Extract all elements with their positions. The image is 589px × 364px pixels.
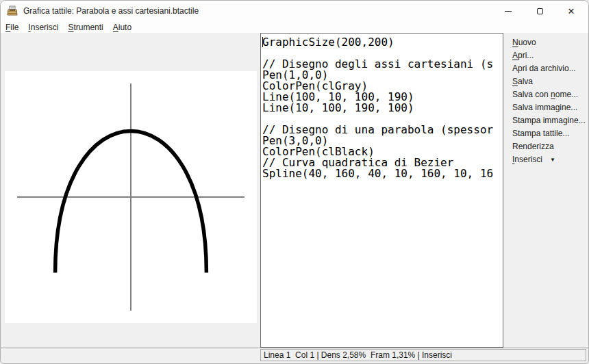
action-label: Salva immagine... (512, 103, 577, 112)
chevron-down-icon: ▼ (550, 155, 555, 164)
close-button[interactable]: ✕ (555, 1, 587, 21)
action-label: Salva con nome... (512, 90, 578, 99)
menubar: FileInserisciStrumentiAiuto (1, 21, 588, 33)
action-apri-da-archivio[interactable]: Apri da archivio... (512, 62, 588, 75)
action-apri[interactable]: Apri... (512, 49, 588, 62)
code-text: GraphicSize(200,200) // Disegno degli as… (261, 34, 503, 179)
action-label: Apri da archivio... (512, 64, 576, 73)
menu-item-strumenti[interactable]: Strumenti (68, 23, 103, 32)
drawing-panel (1, 33, 260, 348)
action-stampa-tattile[interactable]: Stampa tattile... (512, 127, 588, 140)
action-label: Stampa tattile... (512, 129, 569, 138)
caption-buttons: ✕ (492, 1, 587, 21)
action-inserisci[interactable]: Inserisci▼ (512, 153, 588, 166)
code-editor[interactable]: GraphicSize(200,200) // Disegno degli as… (260, 33, 503, 348)
menu-item-inserisci[interactable]: Inserisci (28, 23, 58, 32)
action-label: Inserisci (512, 155, 542, 164)
maximize-icon (537, 8, 543, 14)
parabola-drawing (5, 71, 257, 323)
action-nuovo[interactable]: Nuovo (512, 36, 588, 49)
minimize-icon (505, 11, 512, 12)
action-label: Salva (512, 77, 533, 86)
close-icon: ✕ (568, 7, 575, 16)
titlebar: Grafica tattile: Parabola e assi cartesi… (1, 1, 588, 21)
minimize-button[interactable] (492, 1, 524, 21)
action-stampa-immagine[interactable]: Stampa immagine... (512, 114, 588, 127)
action-salva[interactable]: Salva (512, 75, 588, 88)
status-text: Linea 1 Col 1 | Dens 2,58% Fram 1,31% | … (264, 350, 452, 360)
app-window: Grafica tattile: Parabola e assi cartesi… (0, 0, 589, 364)
maximize-button[interactable] (524, 1, 555, 21)
actions-panel: NuovoApri...Apri da archivio...SalvaSalv… (512, 36, 588, 166)
action-salva-con-nome[interactable]: Salva con nome... (512, 88, 588, 101)
drawing-canvas (5, 71, 257, 323)
main-content: GraphicSize(200,200) // Disegno degli as… (1, 33, 588, 348)
action-salva-immagine[interactable]: Salva immagine... (512, 101, 588, 114)
text-caret (262, 37, 263, 47)
status-panel: Linea 1 Col 1 | Dens 2,58% Fram 1,31% | … (260, 349, 586, 361)
window-title: Grafica tattile: Parabola e assi cartesi… (23, 6, 199, 16)
action-label: Apri... (512, 51, 534, 60)
statusbar: Linea 1 Col 1 | Dens 2,58% Fram 1,31% | … (1, 348, 588, 363)
action-label: Stampa immagine... (512, 116, 586, 125)
action-label: Renderizza (512, 142, 554, 151)
menu-item-file[interactable]: File (5, 23, 18, 32)
app-icon (7, 5, 18, 16)
action-label: Nuovo (512, 38, 536, 47)
action-renderizza[interactable]: Renderizza (512, 140, 588, 153)
menu-item-aiuto[interactable]: Aiuto (113, 23, 131, 32)
